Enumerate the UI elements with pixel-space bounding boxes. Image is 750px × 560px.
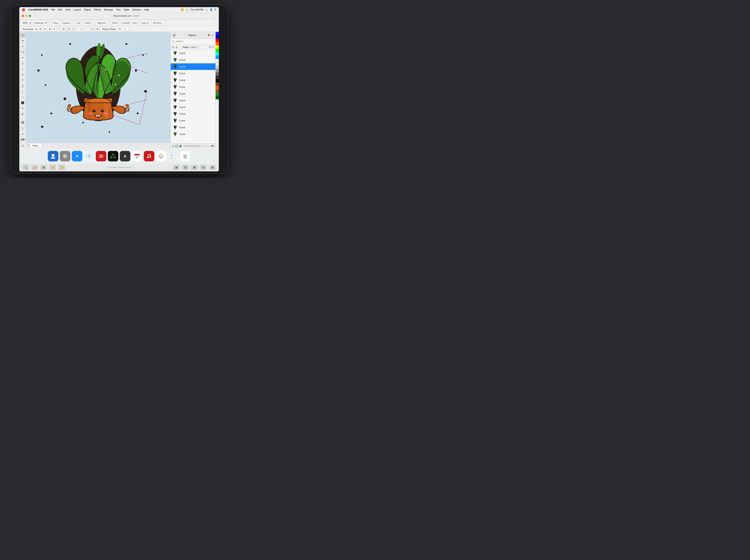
delete-layer-button[interactable]: 🗑 bbox=[179, 144, 182, 147]
color-swatch-darkgray[interactable] bbox=[216, 72, 219, 76]
object-row[interactable]: Curve bbox=[171, 63, 215, 70]
canvas-area[interactable]: + Page 1 bbox=[26, 32, 171, 148]
reduce-nodes-button[interactable]: Reduce Nodes bbox=[100, 27, 118, 31]
right-gesture-btn1[interactable]: ⊞ bbox=[173, 165, 180, 170]
close-button[interactable] bbox=[22, 15, 24, 17]
panel-expand-icon[interactable]: ⤢ bbox=[211, 34, 214, 37]
trash-icon[interactable] bbox=[180, 151, 190, 161]
ungroup-button[interactable]: Ungroup bbox=[61, 21, 72, 25]
color-swatch-orange[interactable] bbox=[216, 42, 219, 45]
unlock-button[interactable]: Unlock bbox=[83, 21, 93, 25]
edit-menu[interactable]: Edit bbox=[58, 8, 62, 11]
settings-tool[interactable]: ◿ bbox=[20, 142, 25, 148]
color-swatch-black[interactable] bbox=[216, 79, 219, 82]
group-button[interactable]: Group bbox=[51, 21, 60, 25]
layer-options-icon[interactable]: ▼ bbox=[212, 46, 214, 48]
app-name-menu[interactable]: CorelDRAW 2019 bbox=[28, 8, 48, 11]
help-menu[interactable]: Help bbox=[144, 8, 149, 11]
right-gesture-btn3[interactable]: ⊠ bbox=[191, 165, 198, 170]
search-gesture-btn[interactable]: 🔍 bbox=[22, 165, 29, 170]
color-swatch-lightgray[interactable] bbox=[216, 62, 219, 66]
parallel-tool[interactable]: ∥ bbox=[20, 83, 25, 88]
add-layer-button[interactable]: + bbox=[172, 144, 174, 148]
mirror-button[interactable]: Mirror bbox=[111, 21, 120, 25]
window-gesture-btn[interactable]: ⊞ bbox=[40, 165, 47, 170]
reduce-nodes-value[interactable] bbox=[121, 27, 129, 31]
object-row[interactable]: Curve bbox=[171, 70, 215, 77]
node-tool-btn6[interactable]: ⊞ bbox=[62, 27, 66, 31]
right-gesture-btn4[interactable]: ⊡ bbox=[200, 165, 207, 170]
node-tool-btn1[interactable]: ⊞ bbox=[38, 27, 42, 31]
dimension-tool[interactable]: ↔ bbox=[20, 95, 25, 100]
expand-button[interactable]: » bbox=[213, 21, 217, 25]
user-icon[interactable]: 👤 bbox=[210, 8, 213, 11]
polygon-tool[interactable]: ⬡ bbox=[20, 72, 25, 77]
app-store-icon[interactable]: A bbox=[72, 151, 82, 161]
node-tool-btn7[interactable]: ⊟ bbox=[66, 27, 71, 31]
object-row[interactable]: Curve bbox=[171, 104, 215, 111]
minimize-button[interactable] bbox=[25, 15, 27, 17]
node-tool-btn12[interactable]: ⊟ bbox=[91, 27, 95, 31]
color-swatch-gray[interactable] bbox=[216, 66, 219, 69]
table-menu[interactable]: Table bbox=[123, 8, 130, 11]
layer-settings-icon[interactable]: ⚙ bbox=[209, 46, 211, 48]
zoom-tool[interactable]: 🔍 bbox=[20, 49, 25, 55]
color-swatch-skyblue[interactable] bbox=[216, 56, 219, 59]
connector-tool[interactable]: ↑ bbox=[20, 89, 25, 94]
hand2-gesture-btn[interactable]: ✌ bbox=[58, 165, 65, 170]
preview-icon[interactable] bbox=[168, 151, 178, 161]
paint-tool[interactable]: 🖌 bbox=[20, 112, 25, 117]
color-swatch-forestgreen[interactable] bbox=[216, 93, 219, 96]
system-prefs-icon[interactable] bbox=[60, 151, 70, 161]
apple-menu[interactable]: 🍎 bbox=[22, 8, 25, 12]
list-icon[interactable]: ☰ bbox=[215, 8, 217, 11]
view-menu[interactable]: View bbox=[65, 8, 71, 11]
autocorrect-icon[interactable]: A bbox=[120, 151, 130, 161]
object-row[interactable]: Curve bbox=[171, 91, 215, 97]
node-edit-tool[interactable]: ✦ bbox=[20, 38, 25, 43]
snap-to-button[interactable]: Snap To bbox=[140, 21, 151, 25]
layer-lock-icon[interactable]: 🔒 bbox=[175, 46, 178, 48]
layer-eye-icon[interactable]: 👁 bbox=[172, 46, 174, 48]
file-menu[interactable]: File bbox=[51, 8, 55, 11]
node-tool-btn9[interactable]: ⌒ bbox=[76, 27, 80, 31]
panel-close-button[interactable]: ✕ bbox=[173, 34, 176, 37]
object-menu[interactable]: Object bbox=[84, 8, 91, 11]
node-tool-btn5[interactable]: ∿ bbox=[57, 27, 61, 31]
undo-tool[interactable]: ↩ bbox=[20, 131, 25, 137]
effects-menu[interactable]: Effects bbox=[94, 8, 101, 11]
object-row[interactable]: Curve bbox=[171, 124, 215, 131]
ellipse-tool[interactable]: ○ bbox=[20, 66, 25, 72]
rectangle-tool[interactable]: □ bbox=[20, 61, 25, 66]
node-tool-btn4[interactable]: ⊡ bbox=[52, 27, 56, 31]
color-swatch-white[interactable] bbox=[216, 59, 219, 62]
node-tool-btn11[interactable]: ⋯ bbox=[86, 27, 90, 31]
crop-tool[interactable]: ✂ bbox=[20, 44, 25, 49]
search-icon[interactable]: 🔍 bbox=[205, 8, 208, 11]
color-swatch-darkgreen[interactable] bbox=[216, 96, 219, 99]
freehand-tool[interactable]: 〜 bbox=[20, 55, 25, 60]
object-row[interactable]: Curve bbox=[171, 117, 215, 124]
object-row[interactable]: Curve bbox=[171, 97, 215, 104]
object-row[interactable]: Curve bbox=[171, 84, 215, 91]
color-swatch-cyan[interactable] bbox=[216, 52, 219, 56]
right-gesture-btn2[interactable]: ⊟ bbox=[182, 165, 189, 170]
hand1-gesture-btn[interactable]: ☝ bbox=[49, 165, 56, 170]
color-swatch-red[interactable] bbox=[216, 39, 219, 42]
photos-icon[interactable] bbox=[156, 151, 166, 161]
interactive-tool[interactable]: ⬛ bbox=[20, 100, 25, 105]
color-swatch-darkblue[interactable] bbox=[216, 35, 219, 39]
node-tool-btn8[interactable]: ∠ bbox=[71, 27, 75, 31]
layout-menu[interactable]: Layout bbox=[74, 8, 81, 11]
object-row[interactable]: Curve bbox=[171, 50, 215, 57]
layer-move-icon[interactable]: 🔄 bbox=[175, 144, 178, 147]
selection-tool[interactable]: ↖ bbox=[20, 33, 25, 38]
finder-icon[interactable] bbox=[48, 151, 58, 161]
object-row[interactable]: Curve bbox=[171, 111, 215, 117]
object-row[interactable]: Curve bbox=[171, 131, 215, 138]
keyboard-tool[interactable]: ⌨ bbox=[20, 137, 25, 142]
zoom-select[interactable]: 682% bbox=[21, 21, 32, 25]
color-swatch-yellow[interactable] bbox=[216, 45, 219, 49]
lock-button[interactable]: Lock bbox=[75, 21, 82, 25]
pencil-gesture-btn[interactable]: ✍ bbox=[31, 165, 38, 170]
